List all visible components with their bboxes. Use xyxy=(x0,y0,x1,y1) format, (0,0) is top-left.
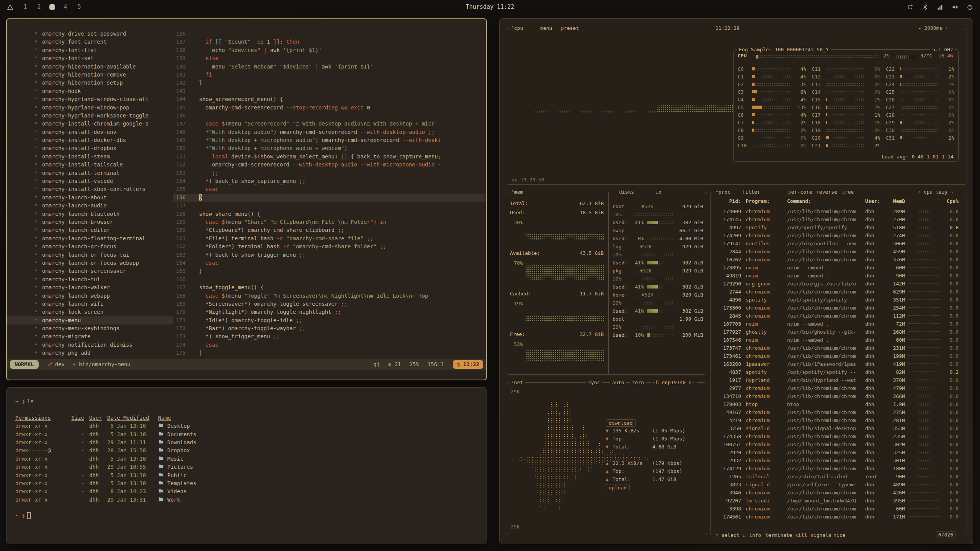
process-row[interactable]: 3946chromium/usr/lib/chromium/chromdhh42… xyxy=(714,489,965,497)
info-button[interactable]: info xyxy=(747,532,763,538)
file-item[interactable]: *omarchy-hyprland-window-close-all xyxy=(7,95,173,103)
file-item[interactable]: *omarchy-launch-walker xyxy=(7,284,173,292)
process-row[interactable]: 2920chromium/usr/lib/chromium/chromdhh32… xyxy=(714,448,965,456)
process-row[interactable]: 4219chromium/usr/lib/chromium/chromdhh28… xyxy=(714,416,965,424)
process-row[interactable]: 173461chromium/usr/lib/chromium/chromdhh… xyxy=(714,352,965,360)
file-item[interactable]: *omarchy-install-dropbox xyxy=(7,144,173,152)
reverse-button[interactable]: reverse xyxy=(814,189,839,195)
process-row[interactable]: 177927ghostty/usr/bin/ghostty --gtk-dhh2… xyxy=(714,328,965,336)
process-row[interactable]: 92207lm-studi/tmp/.mount_lmstudw3AZQdhh3… xyxy=(714,497,965,505)
process-row[interactable]: 134710chromium/usr/lib/chromium/chromdhh… xyxy=(714,392,965,400)
process-row[interactable]: 10762chromium/usr/lib/chromium/chromdhh3… xyxy=(714,256,965,264)
file-item[interactable]: *omarchy-install-dev-env xyxy=(7,128,173,136)
btop-window[interactable]: 11:22:29 - 2000ms + Eng Sample: 100-0000… xyxy=(499,18,973,544)
shell-prompt-line[interactable]: ~ ❯ xyxy=(15,512,487,520)
kill-button[interactable]: kill xyxy=(793,532,809,538)
process-row[interactable]: 3823signal-d/proc/self/exe --type=rdhh48… xyxy=(714,481,965,489)
process-row[interactable]: 4837spotify/opt/spotify/spotify --dhh82M… xyxy=(714,368,965,376)
process-row[interactable]: 49819nvimnvim --embed .dhh90M0.0 xyxy=(714,272,965,280)
file-item[interactable]: *omarchy-install-chromium-google-a xyxy=(7,120,173,128)
filter-button[interactable]: filter xyxy=(740,189,762,195)
process-row[interactable]: 2844chromium/usr/lib/chromium/chromdhh45… xyxy=(714,248,965,256)
process-row[interactable]: 179141nautilus/usr/bin/nautilus --newdhh… xyxy=(714,240,965,248)
header-pid[interactable]: Pid: xyxy=(714,198,741,204)
file-item[interactable]: *omarchy-pkg-add xyxy=(7,349,173,357)
auto-button[interactable]: auto xyxy=(610,379,626,386)
cpu-box-title[interactable]: ¹cpu xyxy=(509,25,525,31)
file-item[interactable]: *omarchy-font-set xyxy=(7,54,173,62)
zero-button[interactable]: zero xyxy=(630,379,646,386)
workspace-4[interactable]: 4 xyxy=(62,3,69,10)
net-box-title[interactable]: ³net xyxy=(509,379,525,386)
process-row[interactable]: 173747chromium/usr/lib/chromium/chromdhh… xyxy=(714,344,965,352)
process-row[interactable]: 174358chromium/usr/lib/chromium/chromdhh… xyxy=(714,432,965,440)
process-row[interactable]: 49167chromium/usr/lib/chromium/chromdhh2… xyxy=(714,408,965,416)
select-control[interactable]: ↑ select ↓ xyxy=(714,532,747,538)
terminate-button[interactable]: terminate xyxy=(763,532,794,538)
process-row[interactable]: 4896spotify/opt/spotify/spotify --dhh351… xyxy=(714,296,965,304)
disks-toggle-button[interactable]: disks xyxy=(617,189,636,195)
tree-button[interactable]: tree xyxy=(840,189,856,195)
file-item[interactable]: *omarchy-menu xyxy=(7,316,173,324)
process-row[interactable]: 1917Hyprland/usr/bin/Hyprland --watdhh37… xyxy=(714,376,965,384)
proc-box-title[interactable]: ⁴proc xyxy=(714,189,732,195)
process-row[interactable]: 107703nvimnvim --embed .dhh72M0.0 xyxy=(714,320,965,328)
file-item[interactable]: *omarchy-install-docker-dbs xyxy=(7,136,173,144)
io-toggle-button[interactable]: io xyxy=(653,189,663,195)
neovim-window[interactable]: *omarchy-drive-set-password*omarchy-font… xyxy=(6,18,487,380)
file-item[interactable]: *omarchy-launch-floating-terminal xyxy=(7,235,173,243)
file-explorer-pane[interactable]: *omarchy-drive-set-password*omarchy-font… xyxy=(7,30,173,359)
mem-box-title[interactable]: ²mem xyxy=(509,189,525,195)
process-row[interactable]: 100751chromium/usr/lib/chromium/chromdhh… xyxy=(714,440,965,448)
process-row[interactable]: 1632601passwor/usr/lib/1Password/1pasdhh… xyxy=(714,360,965,368)
process-row[interactable]: 174145chromium/usr/lib/chromium/chromdhh… xyxy=(714,215,965,223)
file-item[interactable]: *omarchy-font-list xyxy=(7,46,173,54)
process-row[interactable]: 1265tailscal/usr/sbin/tailscaled --root9… xyxy=(714,473,965,481)
process-row[interactable]: 174129chromium/usr/lib/chromium/chromdhh… xyxy=(714,465,965,473)
header-cpu[interactable]: Cpu% xyxy=(942,198,959,204)
file-item[interactable]: *omarchy-launch-wifi xyxy=(7,300,173,308)
file-item[interactable]: *omarchy-launch-editor xyxy=(7,226,173,234)
file-item[interactable]: *omarchy-launch-audio xyxy=(7,202,173,210)
process-row[interactable]: 174209chromium/usr/lib/chromium/chromdhh… xyxy=(714,231,965,240)
file-item[interactable]: *omarchy-install-steam xyxy=(7,153,173,161)
per-core-button[interactable]: per-core xyxy=(786,189,814,195)
file-item[interactable]: *omarchy-launch-or-focus xyxy=(7,243,173,251)
process-row[interactable]: 179290org.gnom/usr/bin/gjs /usr/lib/odhh… xyxy=(714,280,965,288)
file-item[interactable]: *omarchy-hyprland-window-pop xyxy=(7,104,173,112)
omarchy-logo-icon[interactable] xyxy=(7,4,13,10)
workspace-2[interactable]: 2 xyxy=(36,3,42,10)
process-row[interactable]: 3750signal-d/usr/lib/signal-desktopdhh35… xyxy=(714,424,965,432)
header-command[interactable]: Command: xyxy=(787,198,860,204)
file-item[interactable]: *omarchy-launch-about xyxy=(7,194,173,202)
file-item[interactable]: *omarchy-menu-keybindings xyxy=(7,324,173,333)
file-item[interactable]: *omarchy-install-terminal xyxy=(7,169,173,177)
update-icon[interactable] xyxy=(907,4,913,10)
process-row[interactable]: 107546nvimnvim --embed .dhh60M0.0 xyxy=(714,336,965,344)
header-memory[interactable]: MemB xyxy=(884,198,905,204)
process-row[interactable]: 178895nvimnvim --embed .dhh60M0.0 xyxy=(714,264,965,272)
process-row[interactable]: 2977chromium/usr/lib/chromium/chromdhh47… xyxy=(714,384,965,392)
sync-button[interactable]: sync xyxy=(586,379,602,386)
terminal-window[interactable]: ~ ❯ls Permissions Size User Date Modifie… xyxy=(6,387,487,544)
process-row[interactable]: 174009chromium/usr/lib/chromium/chromdhh… xyxy=(714,207,965,215)
workspace-3[interactable]: 3 xyxy=(49,4,55,10)
file-item[interactable]: *omarchy-hook xyxy=(7,87,173,95)
file-item[interactable]: *omarchy-launch-browser xyxy=(7,218,173,226)
file-item[interactable]: *omarchy-drive-set-password xyxy=(7,30,173,38)
workspace-1[interactable]: 1 xyxy=(22,3,29,10)
process-row[interactable]: 3398chromium/usr/lib/chromium/chromdhh60… xyxy=(714,505,965,513)
power-icon[interactable] xyxy=(967,4,973,10)
file-item[interactable]: *omarchy-install-xbox-controllers xyxy=(7,185,173,193)
volume-icon[interactable] xyxy=(952,4,958,10)
process-row[interactable]: 4997spotify/opt/spotify/spotify --dhh518… xyxy=(714,223,965,231)
file-item[interactable]: *omarchy-install-vscode xyxy=(7,177,173,185)
process-row[interactable]: 178003btopbtopdhh7.9M0.0 xyxy=(714,400,965,408)
code-editor-pane[interactable]: 136137 if [[ "$count" -eq 1 ]]; then138 … xyxy=(173,30,485,359)
file-item[interactable]: *omarchy-notification-dismiss xyxy=(7,341,173,349)
header-program[interactable]: Program: xyxy=(746,198,786,204)
process-row[interactable]: 2932chromium/usr/lib/chromium/chromdhh30… xyxy=(714,456,965,465)
file-item[interactable]: *omarchy-lock-screen xyxy=(7,308,173,316)
process-row[interactable]: 173300chromium/usr/lib/chromium/chromdhh… xyxy=(714,304,965,312)
file-item[interactable]: *omarchy-hyprland-workspace-toggle xyxy=(7,112,173,120)
